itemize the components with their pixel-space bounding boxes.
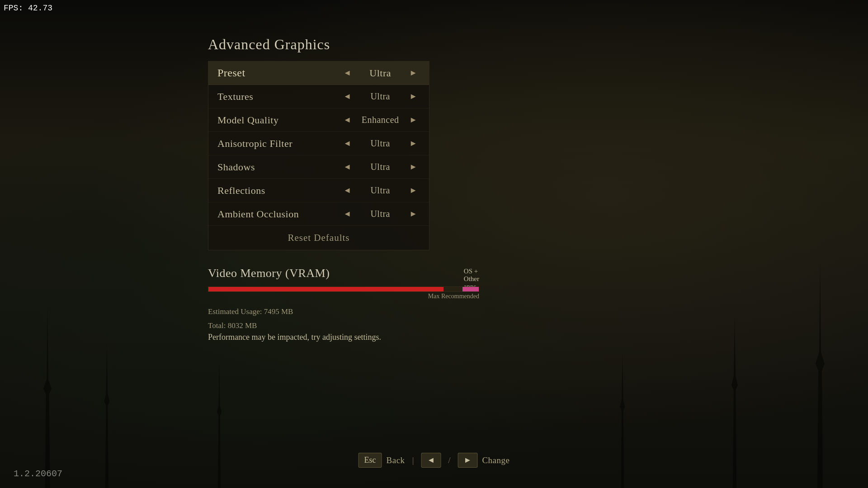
setting-row-model-quality[interactable]: Model Quality ◄ Enhanced ► — [208, 108, 429, 132]
shadows-arrow-left[interactable]: ◄ — [340, 161, 354, 173]
setting-row-reflections[interactable]: Reflections ◄ Ultra ► — [208, 179, 429, 202]
anisotropic-value: Ultra — [358, 138, 403, 149]
reflections-value: Ultra — [358, 185, 403, 196]
left-key-badge[interactable]: ◄ — [421, 453, 441, 468]
reset-defaults-button[interactable]: Reset Defaults — [208, 226, 429, 250]
setting-row-preset[interactable]: Preset ◄ Ultra ► — [208, 61, 429, 85]
vram-title: Video Memory (VRAM) — [208, 267, 479, 280]
anisotropic-value-control: ◄ Ultra ► — [340, 138, 420, 149]
vram-estimated: Estimated Usage: 7495 MB — [208, 305, 479, 318]
setting-label-ambient-occlusion: Ambient Occlusion — [217, 208, 340, 220]
reflections-arrow-left[interactable]: ◄ — [340, 185, 354, 196]
separator: | — [412, 455, 414, 465]
right-key-badge[interactable]: ► — [458, 453, 478, 468]
setting-label-textures: Textures — [217, 91, 340, 103]
change-label: Change — [482, 455, 509, 465]
settings-panel: Preset ◄ Ultra ► Textures ◄ Ultra ► Mode… — [208, 61, 429, 250]
page-title: Advanced Graphics — [208, 36, 429, 53]
slash-sep: / — [448, 455, 450, 465]
model-quality-value-control: ◄ Enhanced ► — [340, 114, 420, 126]
vram-warning: Performance may be impacted, try adjusti… — [208, 333, 479, 342]
background-trees — [0, 0, 868, 488]
settings-container: Advanced Graphics Preset ◄ Ultra ► Textu… — [208, 36, 429, 250]
vram-bar-used — [208, 287, 443, 291]
textures-value: Ultra — [358, 91, 403, 102]
setting-row-textures[interactable]: Textures ◄ Ultra ► — [208, 85, 429, 108]
reflections-arrow-right[interactable]: ► — [406, 185, 420, 196]
ambient-occlusion-value-control: ◄ Ultra ► — [340, 208, 420, 220]
setting-label-reflections: Reflections — [217, 185, 340, 197]
shadows-value-control: ◄ Ultra ► — [340, 161, 420, 173]
vram-bar-os — [462, 287, 479, 291]
model-quality-value: Enhanced — [358, 115, 403, 125]
shadows-value: Ultra — [358, 162, 403, 172]
fps-counter: FPS: 42.73 — [4, 4, 52, 13]
reflections-value-control: ◄ Ultra ► — [340, 185, 420, 196]
ambient-occlusion-arrow-right[interactable]: ► — [406, 208, 420, 220]
setting-label-shadows: Shadows — [217, 161, 340, 173]
setting-row-anisotropic[interactable]: Anisotropic Filter ◄ Ultra ► — [208, 132, 429, 155]
textures-arrow-left[interactable]: ◄ — [340, 91, 354, 102]
back-label: Back — [387, 455, 405, 465]
vram-total: Total: 8032 MB — [208, 319, 479, 332]
ambient-occlusion-arrow-left[interactable]: ◄ — [340, 208, 354, 220]
model-quality-arrow-left[interactable]: ◄ — [340, 114, 354, 126]
setting-label-model-quality: Model Quality — [217, 114, 340, 126]
preset-arrow-left[interactable]: ◄ — [340, 67, 354, 79]
setting-label-preset: Preset — [217, 67, 340, 79]
reset-defaults-label: Reset Defaults — [288, 232, 349, 244]
anisotropic-arrow-right[interactable]: ► — [406, 138, 420, 149]
esc-key-badge[interactable]: Esc — [359, 453, 382, 468]
shadows-arrow-right[interactable]: ► — [406, 161, 420, 173]
textures-arrow-right[interactable]: ► — [406, 91, 420, 102]
bottom-controls: Esc Back | ◄ / ► Change — [359, 453, 510, 468]
ambient-occlusion-value: Ultra — [358, 209, 403, 219]
textures-value-control: ◄ Ultra ► — [340, 91, 420, 102]
vram-section: Video Memory (VRAM) OS + Other apps Max … — [208, 267, 479, 342]
setting-row-shadows[interactable]: Shadows ◄ Ultra ► — [208, 155, 429, 179]
preset-arrow-right[interactable]: ► — [406, 67, 420, 79]
model-quality-arrow-right[interactable]: ► — [406, 114, 420, 126]
vram-bar-container — [208, 286, 479, 292]
version-label: 1.2.20607 — [14, 469, 62, 479]
setting-row-ambient-occlusion[interactable]: Ambient Occlusion ◄ Ultra ► — [208, 202, 429, 226]
preset-value-control: ◄ Ultra ► — [340, 67, 420, 79]
vram-max-label: Max Recommended — [428, 293, 479, 300]
vram-bar-wrapper: OS + Other apps Max Recommended — [208, 286, 479, 292]
setting-label-anisotropic: Anisotropic Filter — [217, 138, 340, 150]
preset-value: Ultra — [358, 67, 403, 79]
anisotropic-arrow-left[interactable]: ◄ — [340, 138, 354, 149]
